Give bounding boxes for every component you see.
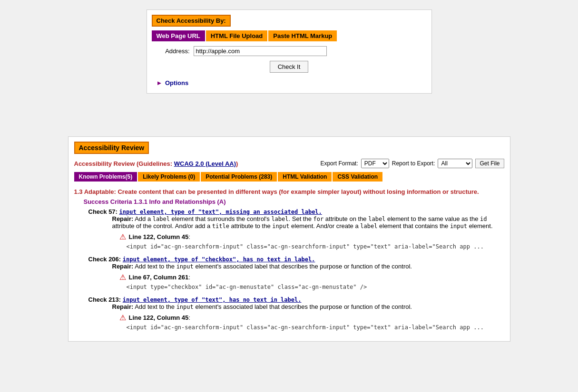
- check-206-location-text: Line 67, Column 261: [129, 274, 189, 281]
- check-213-code: <input id="ac-gn-searchform-input" class…: [127, 324, 504, 331]
- check-213-location: ⚠ Line 122, Column 45:: [119, 313, 504, 322]
- check-57-link[interactable]: input element, type of "text", missing a…: [119, 209, 322, 215]
- tab-web-page-url[interactable]: Web Page URL: [152, 30, 205, 41]
- check-57-code: <input id="ac-gn-searchform-input" class…: [127, 243, 504, 250]
- guidelines-close: ): [236, 160, 238, 167]
- address-label: Address:: [157, 48, 190, 55]
- repair-bold-label: Repair:: [112, 215, 134, 222]
- check-tabs-row: Web Page URL HTML File Upload Paste HTML…: [152, 30, 427, 41]
- check-row-206: Check 206: input element, type of "check…: [88, 256, 504, 290]
- check-206-location: ⚠ Line 67, Column 261:: [119, 273, 504, 282]
- export-row: Export Format: PDF HTML Text Report to E…: [320, 159, 504, 168]
- error-icon-213: ⚠: [119, 313, 126, 322]
- check-row-57: Check 57: input element, type of "text",…: [88, 208, 504, 250]
- check-button-row: Check It: [152, 61, 427, 73]
- check-213-label: Check 213: input element, type of "text"…: [88, 296, 302, 303]
- address-row: Address:: [157, 46, 422, 56]
- check-57-location-text: Line 122, Column 45: [129, 233, 189, 240]
- review-section-title: Accessibility Review: [74, 142, 149, 154]
- review-guidelines: Accessibility Review (Guidelines: WCAG 2…: [74, 160, 238, 167]
- check-213-location-text: Line 122, Column 45: [129, 314, 189, 321]
- success-criteria: Success Criteria 1.3.1 Info and Relation…: [84, 198, 504, 205]
- spacer: [0, 103, 578, 122]
- tab-html-validation[interactable]: HTML Validation: [278, 172, 332, 182]
- export-format-label: Export Format:: [320, 160, 358, 167]
- tab-known-problems[interactable]: Known Problems(5): [74, 172, 137, 182]
- check-213-link[interactable]: input element, type of "text", has no te…: [123, 296, 302, 303]
- review-section: Accessibility Review Accessibility Revie…: [68, 136, 510, 342]
- check-accessibility-section: Check Accessibility By: Web Page URL HTM…: [147, 10, 432, 94]
- export-format-select[interactable]: PDF HTML Text: [361, 159, 389, 168]
- report-to-export-label: Report to Export:: [392, 160, 435, 167]
- review-header-row: Accessibility Review (Guidelines: WCAG 2…: [74, 159, 504, 168]
- report-to-export-select[interactable]: All Known Likely Potential: [438, 159, 472, 168]
- check-57-location: ⚠ Line 122, Column 45:: [119, 232, 504, 241]
- error-icon-206: ⚠: [119, 273, 126, 282]
- tab-likely-problems[interactable]: Likely Problems (0): [138, 172, 200, 182]
- repair-213-bold: Repair:: [112, 303, 134, 310]
- tab-paste-html-markup[interactable]: Paste HTML Markup: [268, 30, 337, 41]
- guidelines-text: Accessibility Review (Guidelines:: [74, 160, 174, 167]
- check-section-title: Check Accessibility By:: [152, 15, 231, 27]
- page-container: Check Accessibility By: Web Page URL HTM…: [0, 0, 578, 392]
- tab-potential-problems[interactable]: Potential Problems (283): [201, 172, 277, 182]
- check-213-repair: Repair: Add text to the input element's …: [112, 303, 504, 310]
- check-206-repair: Repair: Add text to the input element's …: [112, 263, 504, 270]
- check-206-label: Check 206: input element, type of "check…: [88, 256, 315, 263]
- wcag-link[interactable]: WCAG 2.0 (Level AA): [174, 160, 236, 167]
- get-file-button[interactable]: Get File: [475, 159, 504, 168]
- check-it-button[interactable]: Check It: [270, 61, 309, 73]
- check-57-label: Check 57: input element, type of "text",…: [88, 208, 322, 215]
- options-arrow-icon: ►: [157, 79, 163, 86]
- check-57-repair: Repair: Add a label element that surroun…: [112, 215, 504, 229]
- check-206-code: <input type="checkbox" id="ac-gn-menusta…: [127, 284, 504, 290]
- options-link[interactable]: Options: [165, 79, 188, 86]
- tab-css-validation[interactable]: CSS Validation: [333, 172, 382, 182]
- address-input[interactable]: [194, 46, 327, 56]
- options-row: ► Options: [152, 77, 427, 88]
- problem-tabs: Known Problems(5) Likely Problems (0) Po…: [74, 172, 504, 182]
- criterion-heading: 1.3 Adaptable: Create content that can b…: [74, 188, 504, 195]
- repair-206-bold: Repair:: [112, 263, 134, 270]
- error-icon-57: ⚠: [119, 232, 126, 241]
- tab-html-file-upload[interactable]: HTML File Upload: [206, 30, 268, 41]
- check-206-link[interactable]: input element, type of "checkbox", has n…: [123, 256, 315, 263]
- check-row-213: Check 213: input element, type of "text"…: [88, 296, 504, 331]
